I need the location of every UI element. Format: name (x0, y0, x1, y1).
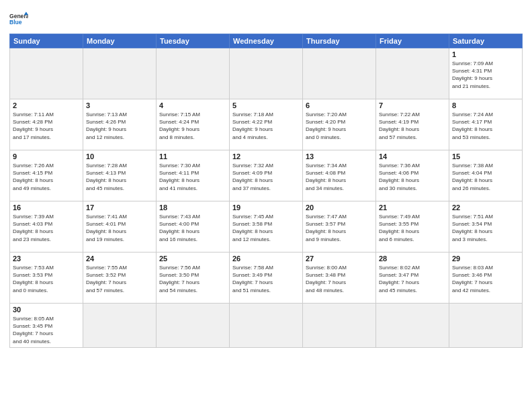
calendar-cell: 5Sunrise: 7:18 AM Sunset: 4:22 PM Daylig… (230, 99, 303, 150)
weekday-header-thursday: Thursday (303, 34, 376, 48)
day-number: 11 (159, 152, 226, 161)
calendar-cell: 27Sunrise: 8:00 AM Sunset: 3:48 PM Dayli… (303, 253, 376, 304)
day-info: Sunrise: 8:05 AM Sunset: 3:45 PM Dayligh… (13, 315, 80, 345)
weekday-header-tuesday: Tuesday (157, 34, 230, 48)
calendar-cell (157, 304, 230, 348)
day-info: Sunrise: 7:32 AM Sunset: 4:09 PM Dayligh… (232, 162, 300, 192)
calendar-cell: 22Sunrise: 7:51 AM Sunset: 3:54 PM Dayli… (449, 201, 523, 253)
day-number: 21 (379, 203, 446, 212)
weekday-header-row: SundayMondayTuesdayWednesdayThursdayFrid… (10, 34, 523, 48)
day-number: 17 (86, 203, 153, 212)
day-number: 7 (379, 101, 446, 109)
day-info: Sunrise: 7:11 AM Sunset: 4:28 PM Dayligh… (13, 111, 80, 141)
calendar-cell (303, 304, 376, 348)
day-info: Sunrise: 7:34 AM Sunset: 4:08 PM Dayligh… (306, 162, 373, 192)
week-row-0: 1Sunrise: 7:09 AM Sunset: 4:31 PM Daylig… (10, 48, 523, 99)
calendar-cell: 6Sunrise: 7:20 AM Sunset: 4:20 PM Daylig… (303, 99, 376, 150)
calendar-cell: 14Sunrise: 7:36 AM Sunset: 4:06 PM Dayli… (376, 150, 449, 201)
day-info: Sunrise: 7:18 AM Sunset: 4:22 PM Dayligh… (232, 111, 300, 141)
day-info: Sunrise: 7:39 AM Sunset: 4:03 PM Dayligh… (13, 213, 80, 243)
svg-text:Blue: Blue (9, 19, 22, 26)
day-info: Sunrise: 7:09 AM Sunset: 4:31 PM Dayligh… (452, 60, 519, 90)
day-info: Sunrise: 7:56 AM Sunset: 3:50 PM Dayligh… (159, 264, 226, 294)
day-info: Sunrise: 7:55 AM Sunset: 3:52 PM Dayligh… (86, 264, 153, 294)
week-row-3: 16Sunrise: 7:39 AM Sunset: 4:03 PM Dayli… (10, 201, 523, 253)
day-info: Sunrise: 8:00 AM Sunset: 3:48 PM Dayligh… (306, 264, 373, 294)
day-number: 18 (159, 203, 226, 212)
week-row-1: 2Sunrise: 7:11 AM Sunset: 4:28 PM Daylig… (10, 99, 523, 150)
weekday-header-sunday: Sunday (10, 34, 83, 48)
calendar-cell: 23Sunrise: 7:53 AM Sunset: 3:53 PM Dayli… (10, 253, 83, 304)
weekday-header-saturday: Saturday (449, 34, 523, 48)
day-number: 12 (232, 152, 300, 161)
day-number: 27 (306, 255, 373, 263)
day-number: 16 (13, 203, 80, 212)
calendar-cell: 2Sunrise: 7:11 AM Sunset: 4:28 PM Daylig… (10, 99, 83, 150)
calendar-cell: 28Sunrise: 8:02 AM Sunset: 3:47 PM Dayli… (376, 253, 449, 304)
day-info: Sunrise: 7:41 AM Sunset: 4:01 PM Dayligh… (86, 213, 153, 243)
calendar-cell: 26Sunrise: 7:58 AM Sunset: 3:49 PM Dayli… (230, 253, 303, 304)
calendar-table: SundayMondayTuesdayWednesdayThursdayFrid… (9, 34, 523, 348)
day-number: 25 (159, 255, 226, 263)
calendar-cell: 17Sunrise: 7:41 AM Sunset: 4:01 PM Dayli… (83, 201, 157, 253)
header: General Blue (9, 7, 523, 30)
calendar-cell (157, 48, 230, 99)
day-number: 24 (86, 255, 153, 263)
day-info: Sunrise: 7:13 AM Sunset: 4:26 PM Dayligh… (86, 111, 153, 141)
calendar-cell (83, 48, 157, 99)
week-row-2: 9Sunrise: 7:26 AM Sunset: 4:15 PM Daylig… (10, 150, 523, 201)
day-info: Sunrise: 7:24 AM Sunset: 4:17 PM Dayligh… (452, 111, 519, 141)
day-number: 30 (13, 306, 80, 314)
calendar-cell: 4Sunrise: 7:15 AM Sunset: 4:24 PM Daylig… (157, 99, 230, 150)
calendar-cell: 7Sunrise: 7:22 AM Sunset: 4:19 PM Daylig… (376, 99, 449, 150)
day-number: 5 (232, 101, 300, 109)
calendar-cell: 12Sunrise: 7:32 AM Sunset: 4:09 PM Dayli… (230, 150, 303, 201)
weekday-header-monday: Monday (83, 34, 157, 48)
day-number: 15 (452, 152, 519, 161)
day-info: Sunrise: 7:20 AM Sunset: 4:20 PM Dayligh… (306, 111, 373, 141)
day-number: 9 (13, 152, 80, 161)
calendar-cell: 15Sunrise: 7:38 AM Sunset: 4:04 PM Dayli… (449, 150, 523, 201)
day-number: 26 (232, 255, 300, 263)
calendar-cell: 20Sunrise: 7:47 AM Sunset: 3:57 PM Dayli… (303, 201, 376, 253)
weekday-header-friday: Friday (376, 34, 449, 48)
logo: General Blue (9, 11, 28, 30)
day-number: 14 (379, 152, 446, 161)
calendar-cell: 10Sunrise: 7:28 AM Sunset: 4:13 PM Dayli… (83, 150, 157, 201)
day-number: 29 (452, 255, 519, 263)
week-row-4: 23Sunrise: 7:53 AM Sunset: 3:53 PM Dayli… (10, 253, 523, 304)
day-number: 13 (306, 152, 373, 161)
calendar-cell: 11Sunrise: 7:30 AM Sunset: 4:11 PM Dayli… (157, 150, 230, 201)
calendar-cell (303, 48, 376, 99)
day-info: Sunrise: 7:53 AM Sunset: 3:53 PM Dayligh… (13, 264, 80, 294)
calendar-cell (376, 48, 449, 99)
day-info: Sunrise: 7:58 AM Sunset: 3:49 PM Dayligh… (232, 264, 300, 294)
day-info: Sunrise: 7:47 AM Sunset: 3:57 PM Dayligh… (306, 213, 373, 243)
day-number: 19 (232, 203, 300, 212)
day-info: Sunrise: 7:30 AM Sunset: 4:11 PM Dayligh… (159, 162, 226, 192)
day-info: Sunrise: 8:03 AM Sunset: 3:46 PM Dayligh… (452, 264, 519, 294)
day-number: 3 (86, 101, 153, 109)
calendar-cell (376, 304, 449, 348)
day-number: 23 (13, 255, 80, 263)
day-number: 6 (306, 101, 373, 109)
day-number: 8 (452, 101, 519, 109)
day-info: Sunrise: 7:22 AM Sunset: 4:19 PM Dayligh… (379, 111, 446, 141)
weekday-header-wednesday: Wednesday (230, 34, 303, 48)
day-info: Sunrise: 7:38 AM Sunset: 4:04 PM Dayligh… (452, 162, 519, 192)
calendar-cell: 21Sunrise: 7:49 AM Sunset: 3:55 PM Dayli… (376, 201, 449, 253)
day-number: 22 (452, 203, 519, 212)
calendar-cell: 9Sunrise: 7:26 AM Sunset: 4:15 PM Daylig… (10, 150, 83, 201)
day-number: 2 (13, 101, 80, 109)
day-number: 4 (159, 101, 226, 109)
calendar-cell: 8Sunrise: 7:24 AM Sunset: 4:17 PM Daylig… (449, 99, 523, 150)
page: General Blue SundayMondayTuesdayWednesda… (0, 0, 532, 411)
day-info: Sunrise: 7:45 AM Sunset: 3:58 PM Dayligh… (232, 213, 300, 243)
calendar-cell (449, 304, 523, 348)
day-info: Sunrise: 8:02 AM Sunset: 3:47 PM Dayligh… (379, 264, 446, 294)
day-info: Sunrise: 7:49 AM Sunset: 3:55 PM Dayligh… (379, 213, 446, 243)
calendar-cell (230, 48, 303, 99)
logo-icon: General Blue (9, 11, 28, 30)
day-number: 10 (86, 152, 153, 161)
day-info: Sunrise: 7:28 AM Sunset: 4:13 PM Dayligh… (86, 162, 153, 192)
